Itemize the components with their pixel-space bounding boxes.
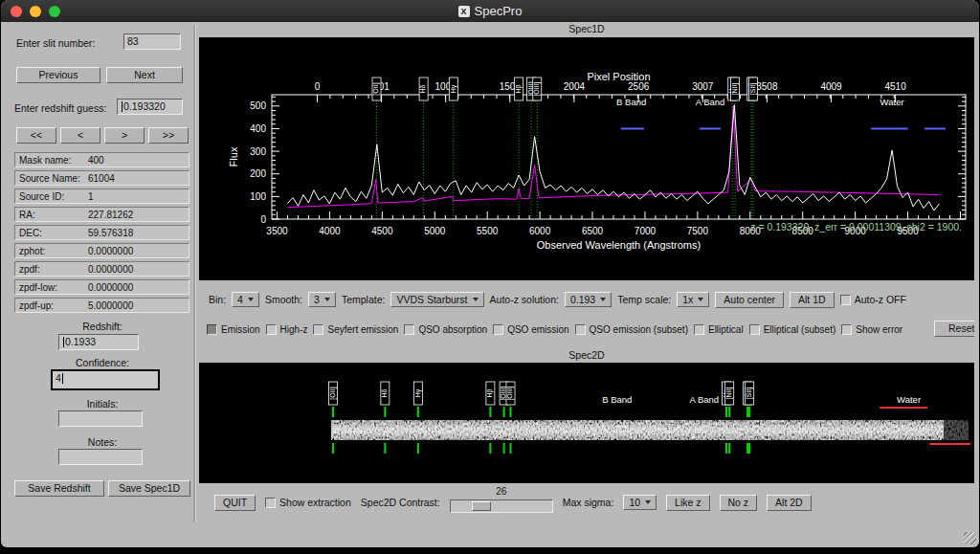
zoom-button[interactable] (49, 6, 60, 17)
svg-text:4009: 4009 (820, 81, 842, 92)
notes-label: Notes: (9, 436, 196, 448)
rewind-button[interactable]: << (16, 127, 56, 144)
alt-1d-button[interactable]: Alt 1D (790, 292, 835, 308)
fit-annotation: z = 0.193320, z_err = 0.00011309, chi2 =… (750, 221, 962, 233)
checkbox-icon (749, 324, 760, 335)
back-button[interactable]: < (60, 127, 100, 144)
toggle-qso-absorption[interactable]: QSO absorption (404, 324, 487, 335)
redshift-guess-input[interactable]: 0.193320 (117, 99, 183, 115)
checkbox-icon (265, 498, 276, 508)
checkbox-icon (694, 324, 704, 335)
app-icon: X (458, 6, 470, 17)
titlebar[interactable]: X SpecPro (1, 0, 979, 22)
no-z-button[interactable]: No z (720, 495, 758, 511)
smooth-value: 3 (314, 294, 320, 305)
toggle-high-z[interactable]: High-z (266, 324, 308, 335)
spec2d-title: Spec2D (198, 349, 975, 361)
save-redshift-button[interactable]: Save Redshift (14, 480, 104, 497)
autoz-off-toggle[interactable]: Auto-z OFF (840, 294, 906, 305)
max-sigma-label: Max sigma: (563, 497, 614, 508)
toggle-show-error[interactable]: Show error (841, 324, 902, 335)
smooth-label: Smooth: (265, 294, 302, 305)
resize-grip[interactable] (964, 532, 976, 544)
auto-center-button[interactable]: Auto center (715, 292, 784, 308)
template-label: Template: (342, 294, 386, 305)
svg-text:200: 200 (250, 168, 266, 179)
spec1d-canvas[interactable]: B BandA BandWater01002003004005003500400… (199, 37, 974, 280)
svg-text:3500: 3500 (266, 226, 288, 236)
spec2d-canvas[interactable]: [OII]HδHγHβ[OIII][OIII]Hα[NII][SII][SII]… (199, 363, 974, 483)
save-spec1d-button[interactable]: Save Spec1D (108, 480, 190, 497)
alt-2d-button[interactable]: Alt 2D (767, 495, 812, 511)
max-sigma-droplist[interactable]: 10 (623, 495, 657, 510)
initials-label: Initials: (9, 398, 196, 410)
quit-button[interactable]: QUIT (214, 495, 256, 511)
bin-droplist[interactable]: 4 (232, 292, 259, 307)
close-button[interactable] (11, 6, 22, 17)
contrast-label: Spec2D Contrast: (361, 497, 440, 508)
confidence-input[interactable]: 4 (51, 369, 160, 390)
notes-input[interactable] (58, 449, 143, 465)
svg-text:4510: 4510 (884, 81, 906, 92)
left-panel: Enter slit number: 83 Previous Next Ente… (9, 25, 196, 522)
previous-button[interactable]: Previous (16, 67, 100, 83)
smooth-droplist[interactable]: 3 (308, 292, 336, 307)
svg-text:Hδ: Hδ (419, 84, 426, 93)
svg-text:2004: 2004 (564, 81, 586, 92)
like-z-button[interactable]: Like z (666, 495, 709, 511)
minimize-button[interactable] (30, 6, 41, 17)
svg-text:500: 500 (250, 100, 266, 111)
temp-scale-label: Temp scale: (617, 294, 671, 305)
contrast-slider-thumb[interactable] (472, 501, 491, 511)
temp-scale-value: 1x (682, 294, 693, 305)
title-area: X SpecPro (1, 0, 979, 22)
band-label: A Band (690, 394, 720, 405)
text-cursor (122, 101, 122, 112)
toggle-emission[interactable]: Emission (207, 324, 260, 335)
autoz-off-label: Auto-z OFF (855, 294, 906, 305)
svg-text:5500: 5500 (477, 226, 499, 236)
spec1d-control-row: Bin: 4 Smooth: 3 Template: VVDS Starburs… (199, 284, 974, 315)
spec1d-plot[interactable]: B BandA BandWater01002003004005003500400… (199, 37, 974, 280)
info-row-dec: DEC:59.576318 (14, 225, 189, 240)
show-extraction-toggle[interactable]: Show extraction (265, 497, 351, 508)
redshift-value: 0.1933 (65, 336, 96, 347)
svg-text:[OIII]: [OIII] (506, 386, 514, 400)
text-cursor (62, 373, 63, 384)
next-button[interactable]: Next (106, 67, 183, 83)
fast-forward-button[interactable]: >> (148, 127, 189, 144)
svg-text:Hβ: Hβ (486, 388, 494, 397)
autoz-solution-value: 0.193 (570, 294, 595, 305)
toggle-elliptical[interactable]: Elliptical (694, 324, 744, 335)
forward-button[interactable]: > (104, 127, 145, 144)
info-row-zpdf-up: zpdf-up:5.0000000 (14, 298, 189, 313)
svg-text:Hβ: Hβ (515, 84, 523, 93)
toggle-seyfert-emission[interactable]: Seyfert emission (313, 324, 398, 335)
contrast-slider-track[interactable] (450, 499, 553, 513)
contrast-slider[interactable]: 26 (450, 488, 553, 517)
svg-text:Hγ: Hγ (450, 84, 457, 93)
initials-input[interactable] (58, 410, 143, 427)
template-droplist[interactable]: VVDS Starburst (390, 292, 483, 307)
temp-scale-droplist[interactable]: 1x (677, 292, 709, 307)
svg-text:[SII]: [SII] (746, 388, 753, 400)
svg-text:[NII]: [NII] (725, 388, 733, 400)
spec2d-control-row: QUIT Show extraction Spec2D Contrast: 26… (199, 486, 974, 519)
redshift-input[interactable]: 0.1933 (58, 334, 139, 350)
chevron-down-icon (600, 298, 606, 301)
svg-text:Hγ: Hγ (414, 388, 422, 397)
band-label: B Band (616, 97, 646, 107)
autoz-solution-droplist[interactable]: 0.193 (565, 292, 612, 307)
reset-zoom-button[interactable]: Reset zoom (934, 321, 974, 337)
svg-text:[NII]: [NII] (731, 83, 739, 96)
slit-number-input[interactable]: 83 (123, 33, 181, 50)
svg-text:6000: 6000 (529, 226, 551, 236)
svg-text:[SII]: [SII] (749, 83, 757, 96)
toggle-qso-emission-subset[interactable]: QSO emission (subset) (575, 324, 688, 335)
spec2d-plot[interactable]: [OII]HδHγHβ[OIII][OIII]Hα[NII][SII][SII]… (199, 363, 974, 483)
svg-text:100: 100 (250, 191, 266, 202)
toggle-elliptical-subset[interactable]: Elliptical (subset) (749, 324, 836, 335)
spec1d-axes-frame (272, 95, 966, 219)
info-row-ra: RA:227.81262 (14, 207, 189, 222)
toggle-qso-emission[interactable]: QSO emission (493, 324, 568, 335)
